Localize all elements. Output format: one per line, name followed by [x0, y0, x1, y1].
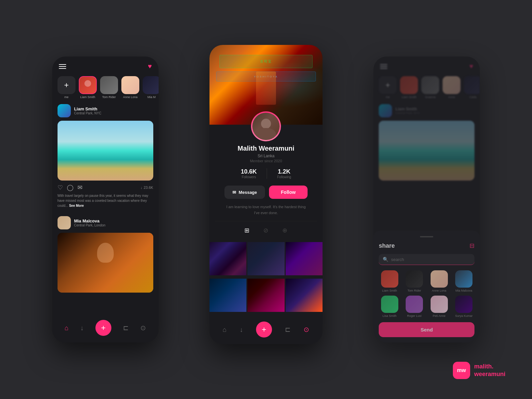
grid-item-5[interactable] [247, 279, 284, 312]
followers-stat: 10.6K Followers [231, 168, 267, 179]
story-liam[interactable]: Liam Smith [79, 76, 97, 99]
story-avatar-mia[interactable] [143, 76, 159, 94]
add-story-button[interactable]: + [58, 76, 75, 94]
tab-grid[interactable]: ⊞ [242, 225, 251, 236]
story-label-me: me [64, 95, 68, 99]
bottom-nav: ⌂ ↓ + ⊏ ⊙ [52, 315, 159, 342]
following-stat: 1.2K Following [267, 168, 301, 179]
profile-cover: 古司宝 YOSHITOYA [209, 45, 323, 125]
contact-name-surya: Surya Kumar [455, 314, 473, 318]
nav2-download-icon[interactable]: ↓ [240, 326, 243, 333]
canvas: ♥ + me Liam Smith Tom Rider [0, 0, 532, 399]
story-mia[interactable]: Mia M [143, 76, 159, 99]
following-label: Following [277, 175, 291, 179]
contact-liam[interactable]: Liam Smith [379, 270, 400, 292]
story-label-mia: Mia M [147, 95, 156, 99]
contact-name-tom: Tom Rider [408, 289, 421, 292]
contact-tom[interactable]: Tom Rider [404, 270, 425, 292]
contact-peti[interactable]: Peti Anne [428, 296, 450, 318]
download-arrow-icon: ↓ [140, 186, 142, 190]
stories-row: + me Liam Smith Tom Rider Anne Lona [52, 73, 159, 101]
story-label-anne: Anne Lona [123, 95, 138, 99]
grid-item-2[interactable] [247, 242, 284, 275]
bottom-nav-profile: ⌂ ↓ + ⊏ ⊙ [209, 317, 323, 344]
contact-avatar-tom [406, 270, 423, 288]
nav2-bookmark-icon[interactable]: ⊏ [285, 326, 291, 333]
story-avatar-liam[interactable] [79, 76, 97, 94]
contact-avatar-peti [431, 296, 448, 313]
message-button[interactable]: ✉ Message [224, 186, 265, 199]
share-icon[interactable]: ✉ [77, 184, 82, 191]
send-button[interactable]: Send [379, 322, 474, 337]
see-more-link[interactable]: See More [69, 204, 84, 207]
download-count: ↓ 23.6K [140, 186, 153, 190]
post-user-name: Liam Smith [74, 106, 101, 111]
search-input[interactable] [391, 257, 470, 262]
nav2-home-icon[interactable]: ⌂ [223, 326, 227, 333]
notifications-icon[interactable]: ♥ [148, 63, 152, 70]
contact-name-anne: Anne Lona [432, 289, 447, 292]
story-avatar-tom[interactable] [100, 76, 118, 94]
story-add[interactable]: + me [58, 76, 75, 99]
contact-mia[interactable]: Mia Malcova [453, 270, 475, 292]
tab-bookmarks[interactable]: ⊘ [261, 225, 270, 236]
contact-avatar-surya [455, 296, 472, 313]
share-chat-icon[interactable]: ⊟ [469, 242, 474, 249]
contact-avatar-liam [381, 270, 398, 288]
share-title: share [379, 242, 395, 249]
phone-profile: 古司宝 YOSHITOYA [209, 45, 323, 344]
search-icon: 🔍 [383, 257, 388, 262]
contact-surya[interactable]: Surya Kumar [453, 296, 475, 318]
profile-stats: 10.6K Followers 1.2K Following [216, 168, 316, 179]
story-anne[interactable]: Anne Lona [121, 76, 139, 99]
contact-name-liam: Liam Smith [382, 289, 397, 292]
follow-button[interactable]: Follow [269, 186, 308, 199]
logo-name-line2: weeramuni [474, 371, 505, 377]
nav2-add-button[interactable]: + [256, 322, 272, 337]
phone-share: ♥ +me Liam Smith Graeme Anne Carla Liam … [373, 57, 480, 342]
profile-name: Malith Weeramuni [216, 145, 316, 152]
nav2-profile-icon[interactable]: ⊙ [304, 326, 309, 333]
post-image-2 [58, 233, 153, 293]
contact-name-peti: Peti Anne [433, 314, 446, 318]
comment-icon[interactable]: ◯ [67, 184, 73, 191]
nav-profile-icon[interactable]: ⊙ [140, 324, 146, 332]
story-tom[interactable]: Tom Rider [100, 76, 118, 99]
post-2: Mia Malcova Central Park, London [52, 213, 159, 295]
post-avatar-liam [58, 104, 71, 117]
share-overlay: share ⊟ 🔍 Liam Smith Tom Rider [373, 231, 480, 342]
top-bar: ♥ [52, 57, 159, 73]
menu-button[interactable] [59, 64, 66, 69]
story-avatar-anne[interactable] [121, 76, 139, 94]
grid-item-1[interactable] [209, 242, 246, 275]
contact-roger[interactable]: Roger Luvi [404, 296, 425, 318]
tab-tagged[interactable]: ⊕ [280, 225, 289, 236]
nav-bookmark-icon[interactable]: ⊏ [123, 324, 129, 332]
contact-anne[interactable]: Anne Lona [428, 270, 450, 292]
post-1: Liam Smith Central Park, NYC ♡ ◯ ✉ ↓ 23.… [52, 101, 159, 213]
nav-add-button[interactable]: + [95, 320, 111, 336]
post2-user-location: Central Park, London [74, 223, 106, 227]
followers-label: Followers [241, 175, 257, 179]
contact-avatar-roger [406, 296, 423, 313]
share-contacts-grid: Liam Smith Tom Rider Anne Lona Mia Malco… [379, 270, 474, 318]
nav-home-icon[interactable]: ⌂ [65, 324, 68, 332]
nav-download-icon[interactable]: ↓ [80, 324, 84, 332]
contact-lisa[interactable]: Lisa Smith [379, 296, 400, 318]
post-avatar-mia [58, 216, 71, 229]
share-search-bar[interactable]: 🔍 [379, 254, 474, 265]
story-label-liam: Liam Smith [80, 95, 95, 99]
logo-icon: mw [453, 362, 470, 379]
post-actions-1: ♡ ◯ ✉ ↓ 23.6K [58, 184, 153, 191]
profile-actions: ✉ Message Follow [216, 186, 316, 199]
brand-logo: mw malith. weeramuni [453, 362, 505, 379]
grid-item-3[interactable] [286, 242, 323, 275]
post-user-location: Central Park, NYC [74, 111, 101, 115]
contact-name-lisa: Lisa Smith [383, 314, 397, 318]
contact-avatar-mia [455, 270, 472, 288]
grid-item-6[interactable] [286, 279, 323, 312]
contact-name-roger: Roger Luvi [407, 314, 422, 318]
like-icon[interactable]: ♡ [58, 184, 63, 191]
grid-item-4[interactable] [209, 279, 246, 312]
contact-avatar-lisa [381, 296, 398, 313]
